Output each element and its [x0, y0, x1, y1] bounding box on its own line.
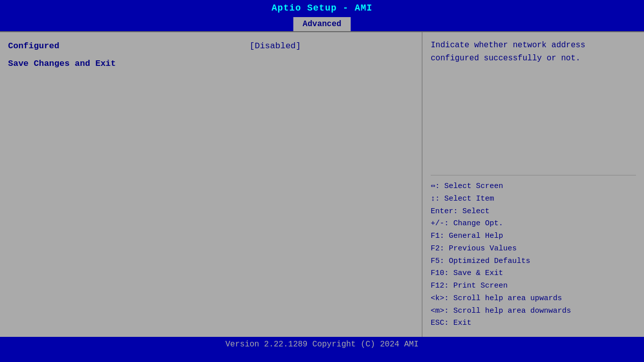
tab-advanced[interactable]: Advanced	[293, 17, 351, 31]
title-text: Aptio Setup - AMI	[272, 3, 373, 13]
main-content: Configured [Disabled] Save Changes and E…	[0, 31, 644, 337]
key-help-line-0: ⇔: Select Screen	[431, 180, 636, 193]
key-help-line-3: +/-: Change Opt.	[431, 218, 636, 230]
right-panel: Indicate whether network address configu…	[423, 32, 644, 337]
key-help-line-6: F5: Optimized Defaults	[431, 255, 636, 268]
key-help-line-9: <k>: Scroll help area upwards	[431, 293, 636, 305]
key-help-line-8: F12: Print Screen	[431, 280, 636, 293]
configured-value: [Disabled]	[250, 41, 301, 51]
status-bar: Version 2.22.1289 Copyright (C) 2024 AMI	[0, 337, 644, 355]
configured-row[interactable]: Configured [Disabled]	[8, 39, 414, 53]
title-bar: Aptio Setup - AMI	[0, 0, 644, 15]
help-text: Indicate whether network address configu…	[431, 39, 636, 65]
key-help-line-11: ESC: Exit	[431, 317, 636, 330]
key-help-line-2: Enter: Select	[431, 206, 636, 218]
key-help-line-4: F1: General Help	[431, 230, 636, 243]
tab-bar: Advanced	[0, 15, 644, 31]
left-panel: Configured [Disabled] Save Changes and E…	[0, 32, 423, 337]
save-changes-exit-item[interactable]: Save Changes and Exit	[8, 57, 414, 70]
key-help-line-10: <m>: Scroll help area downwards	[431, 305, 636, 318]
key-help-line-7: F10: Save & Exit	[431, 267, 636, 280]
key-help-line-1: ↕: Select Item	[431, 193, 636, 206]
divider	[431, 175, 636, 175]
key-help-line-5: F2: Previous Values	[431, 243, 636, 255]
configured-label: Configured	[8, 41, 250, 51]
key-help: ⇔: Select Screen ↕: Select Item Enter: S…	[431, 180, 636, 330]
version-text: Version 2.22.1289 Copyright (C) 2024 AMI	[225, 340, 419, 349]
